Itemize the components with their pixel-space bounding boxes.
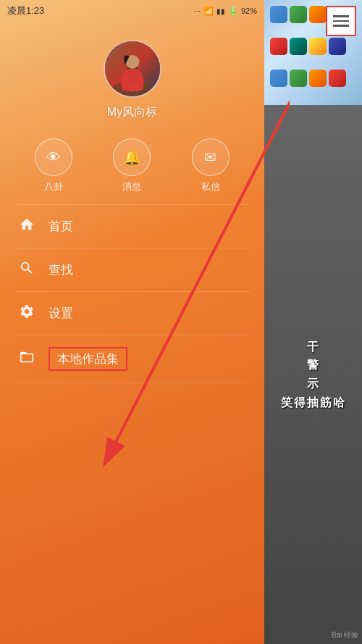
home-label: 首页 — [49, 218, 73, 235]
avatar-image — [105, 41, 160, 96]
right-panel: 干 警 示 笑得抽筋哈 Bai 经验 — [264, 0, 362, 644]
divider-4 — [14, 382, 250, 383]
hamburger-line-1 — [333, 15, 349, 17]
menu-item-local[interactable]: 本地作品集 — [0, 335, 264, 382]
menu-item-home[interactable]: 首页 — [0, 205, 264, 248]
app-icon-10 — [290, 70, 307, 87]
status-bar: 凌晨1:23 ··· 📶 ▮▮ 🔋 92% — [0, 0, 264, 22]
app-icon-5 — [270, 38, 287, 55]
app-icon-2 — [290, 6, 307, 23]
home-icon — [18, 217, 35, 236]
local-works-label: 本地作品集 — [49, 347, 127, 371]
quick-action-messages[interactable]: 🔔 消息 — [113, 138, 151, 193]
wifi-icon: ··· — [194, 7, 201, 15]
avatar-svg — [105, 41, 160, 96]
status-time: 凌晨1:23 — [7, 4, 44, 17]
messages-circle: 🔔 — [113, 138, 151, 176]
app-icon-1 — [270, 6, 287, 23]
quick-actions: 👁 八卦 🔔 消息 ✉ 私信 — [0, 131, 264, 197]
settings-icon — [18, 304, 35, 323]
app-icon-6 — [290, 38, 307, 55]
gossip-circle: 👁 — [35, 138, 72, 176]
hamburger-line-3 — [333, 25, 349, 27]
eye-icon: 👁 — [46, 149, 61, 166]
avatar[interactable] — [104, 40, 161, 98]
drawer: 凌晨1:23 ··· 📶 ▮▮ 🔋 92% — [0, 0, 264, 644]
folder-icon — [18, 349, 35, 369]
signal-icon-1: 📶 — [203, 7, 214, 16]
battery-icon: 🔋 — [228, 7, 238, 16]
app-icon-7 — [309, 38, 327, 55]
dm-label: 私信 — [201, 180, 220, 193]
app-icon-12 — [329, 70, 346, 87]
quick-action-gossip[interactable]: 👁 八卦 — [35, 138, 72, 193]
app-icon-9 — [270, 70, 287, 87]
app-icon-3 — [309, 6, 327, 23]
dm-circle: ✉ — [192, 138, 230, 176]
hamburger-line-2 — [333, 20, 349, 22]
signal-icon-2: ▮▮ — [216, 7, 225, 15]
battery-pct: 92% — [241, 7, 257, 15]
baidu-watermark: Bai 经验 — [332, 630, 358, 640]
menu-item-settings[interactable]: 设置 — [0, 292, 264, 335]
settings-label: 设置 — [49, 305, 73, 322]
gossip-label: 八卦 — [44, 180, 63, 193]
menu-item-search[interactable]: 查找 — [0, 248, 264, 291]
username: My风向标 — [107, 105, 157, 120]
status-icons: ··· 📶 ▮▮ 🔋 92% — [194, 7, 257, 16]
search-label: 查找 — [49, 262, 73, 278]
menu-list: 首页 查找 设置 — [0, 204, 264, 644]
search-icon — [18, 260, 35, 280]
messages-label: 消息 — [122, 180, 141, 193]
avatar-section: My风向标 — [0, 25, 264, 131]
mail-icon: ✉ — [204, 149, 216, 166]
hamburger-button[interactable] — [326, 6, 356, 36]
quick-action-dm[interactable]: ✉ 私信 — [192, 138, 230, 193]
right-panel-bottom-image: 干 警 示 笑得抽筋哈 Bai 经验 — [264, 105, 362, 644]
app-icon-11 — [309, 70, 327, 87]
bell-icon: 🔔 — [123, 149, 141, 166]
right-panel-text: 干 警 示 笑得抽筋哈 — [281, 338, 346, 411]
app-icon-8 — [329, 38, 346, 55]
